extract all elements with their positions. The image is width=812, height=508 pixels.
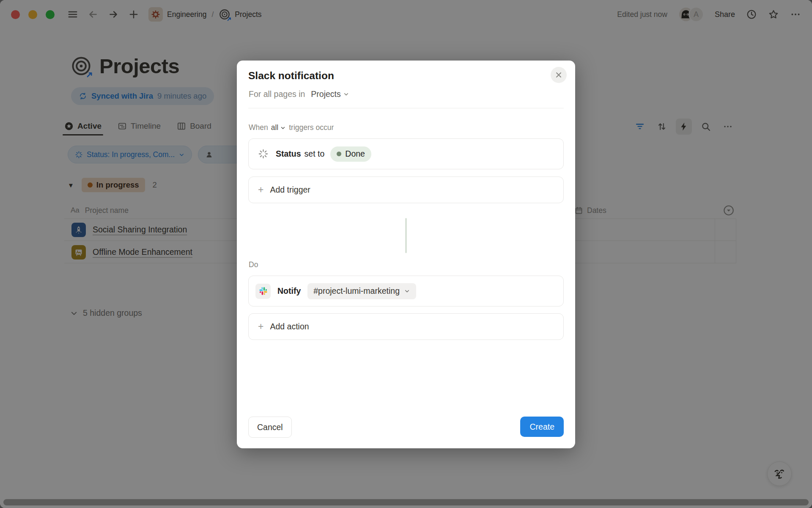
add-trigger-label: Add trigger [270, 185, 310, 195]
modal-title: Slack notification [248, 70, 334, 82]
when-mode: all [271, 123, 279, 132]
add-action-label: Add action [270, 322, 309, 331]
modal-scope-row: For all pages in Projects [249, 89, 349, 99]
app-window: Engineering / Projects Edited just now A [0, 0, 812, 508]
scope-value: Projects [311, 89, 340, 99]
slack-notification-modal: Slack notification For all pages in Proj… [237, 61, 575, 448]
chevron-down-icon [343, 91, 349, 97]
trigger-verb: set to [304, 149, 325, 159]
action-verb: Notify [277, 286, 301, 296]
trigger-property: Status [276, 149, 301, 159]
done-label: Done [345, 149, 365, 159]
do-label: Do [249, 260, 258, 269]
done-status-pill[interactable]: Done [330, 146, 371, 162]
status-property-icon [258, 149, 269, 159]
slack-icon [255, 284, 271, 299]
add-trigger-button[interactable]: + Add trigger [248, 177, 564, 203]
plus-icon: + [258, 322, 263, 331]
chevron-down-icon [280, 125, 286, 131]
when-mode-dropdown[interactable]: all [271, 123, 286, 132]
status-dot-icon [337, 152, 341, 156]
cancel-button[interactable]: Cancel [248, 417, 292, 438]
channel-dropdown[interactable]: #project-lumi-marketing [307, 283, 416, 299]
flow-connector-line [405, 218, 407, 253]
scope-dropdown[interactable]: Projects [311, 89, 349, 99]
when-row: When all triggers occur [249, 123, 334, 132]
modal-divider [248, 108, 564, 108]
plus-icon: + [258, 185, 263, 195]
action-card[interactable]: Notify #project-lumi-marketing [248, 276, 564, 306]
chevron-down-icon [404, 288, 410, 294]
create-button[interactable]: Create [520, 417, 564, 437]
when-prefix: When [249, 123, 268, 132]
close-icon[interactable] [551, 67, 567, 83]
scope-prefix: For all pages in [249, 89, 305, 99]
channel-name: #project-lumi-marketing [313, 286, 400, 296]
trigger-card[interactable]: Status set to Done [248, 138, 564, 169]
when-suffix: triggers occur [289, 123, 334, 132]
add-action-button[interactable]: + Add action [248, 313, 564, 340]
